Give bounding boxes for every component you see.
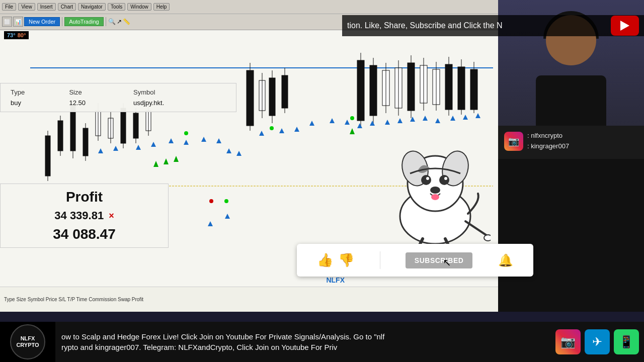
svg-marker-58	[259, 131, 264, 136]
symbol-value: usdjpy.hkt.	[129, 98, 230, 108]
subscribed-button[interactable]: SUBSCRIBED	[406, 252, 473, 268]
toolbar-row1: File View Insert Chart Navigator Tools W…	[0, 0, 498, 14]
svg-marker-54	[201, 137, 206, 142]
thumb-down-icon[interactable]: 👎	[338, 252, 354, 268]
svg-marker-67	[397, 118, 403, 123]
svg-marker-49	[113, 146, 118, 151]
person-body	[536, 75, 606, 126]
handle1: : nlfxncrypto	[527, 131, 569, 141]
toolbar-window[interactable]: Window	[127, 3, 151, 11]
temp-low: 73°	[7, 32, 16, 38]
svg-marker-83	[174, 156, 179, 162]
toolbar-insert[interactable]: Insert	[37, 3, 56, 11]
telegram-icon-box[interactable]: ✈	[585, 329, 610, 354]
profit-total: 34 088.47	[8, 226, 160, 242]
svg-marker-52	[169, 138, 174, 143]
svg-point-93	[430, 187, 440, 194]
nlfx-logo: NLFX CRYPTO	[0, 322, 55, 362]
svg-marker-63	[345, 120, 350, 125]
temp-high: 80°	[18, 32, 26, 38]
instagram-badge: 📷	[504, 132, 523, 151]
svg-point-78	[270, 126, 274, 130]
toolbar-help[interactable]: Help	[153, 3, 170, 11]
svg-marker-48	[98, 148, 103, 153]
svg-point-79	[350, 116, 354, 120]
size-header: Size	[65, 87, 128, 97]
svg-marker-81	[153, 161, 158, 167]
divider	[380, 251, 380, 269]
social-icons-bar: 📷 ✈ 📱	[555, 329, 644, 354]
toolbar-tools[interactable]: Tools	[108, 3, 125, 11]
youtube-logo	[611, 16, 639, 36]
toolbar-file[interactable]: File	[2, 3, 16, 11]
youtube-banner: tion. Like, Share, Subscribe and Click t…	[342, 15, 644, 36]
svg-marker-69	[423, 116, 428, 121]
social-info: 📷 : nlfxncrypto : kingrager007	[498, 126, 644, 159]
profit-label: Profit	[8, 189, 160, 205]
yt-play-icon	[620, 21, 629, 31]
svg-point-91	[426, 177, 429, 180]
toolbar-icon-2[interactable]: 📊	[13, 17, 23, 27]
svg-marker-59	[279, 128, 284, 133]
toolbar-navigator[interactable]: Navigator	[78, 3, 106, 11]
profit-panel: Profit 34 339.81 × 34 088.47	[0, 184, 169, 248]
svg-marker-53	[184, 140, 189, 145]
instagram-icon-box[interactable]: 📷	[555, 329, 581, 354]
profit-value: 34 339.81	[54, 209, 104, 222]
symbol-header: Symbol	[129, 87, 230, 97]
svg-marker-71	[450, 116, 455, 121]
ig-row: 📷 : nlfxncrypto : kingrager007	[504, 131, 638, 152]
toolbar-icon-1[interactable]: ⬜	[2, 17, 12, 27]
svg-marker-61	[309, 121, 314, 126]
dog-cartoon	[380, 136, 491, 251]
chart-lower: Type Size Symbol Price S/L T/P Time Comm…	[0, 287, 498, 312]
ticker-text: ow to Scalp and Hedge Forex Live! Click …	[55, 331, 555, 352]
svg-marker-73	[475, 113, 480, 118]
bottom-bar: NLFX CRYPTO ow to Scalp and Hedge Forex …	[0, 322, 644, 362]
svg-marker-62	[330, 118, 335, 123]
svg-point-94	[431, 194, 439, 200]
toolbar-chart[interactable]: Chart	[58, 3, 76, 11]
trade-info: Type Size Symbol buy 12.50 usdjpy.hkt.	[0, 83, 236, 112]
svg-point-80	[209, 199, 213, 203]
svg-point-92	[444, 177, 447, 180]
profit-value-row: 34 339.81 ×	[8, 209, 160, 222]
toolbar-icon-arrow[interactable]: ↗	[117, 18, 122, 25]
thumb-up-icon[interactable]: 👍	[317, 252, 333, 268]
svg-marker-70	[435, 118, 440, 123]
svg-marker-74	[208, 221, 213, 226]
svg-marker-56	[226, 148, 231, 153]
svg-marker-51	[151, 142, 156, 147]
nlfx-chart-label: NLFX	[326, 276, 345, 284]
toolbar-icon-line[interactable]: 📏	[123, 18, 130, 25]
svg-point-76	[184, 131, 188, 135]
profit-close-button[interactable]: ×	[109, 211, 114, 221]
svg-point-90	[439, 175, 449, 185]
svg-marker-65	[370, 121, 375, 126]
chart-lower-text: Type Size Symbol Price S/L T/P Time Comm…	[4, 297, 143, 302]
yt-banner-text: tion. Like, Share, Subscribe and Click t…	[347, 21, 606, 30]
nlfx-line1: NLFX	[21, 335, 35, 342]
thumbs-row: 👍 👎	[317, 252, 354, 268]
whatsapp-icon-box[interactable]: 📱	[614, 329, 639, 354]
ticker-line1: ow to Scalp and Hedge Forex Live! Click …	[61, 331, 549, 342]
svg-marker-66	[385, 120, 390, 125]
temp-badge: 73° 80°	[4, 31, 29, 39]
svg-point-96	[484, 235, 491, 241]
svg-marker-55	[216, 138, 221, 143]
nlfx-line2: CRYPTO	[16, 342, 39, 348]
toolbar-auto-trading[interactable]: AutoTrading	[64, 17, 104, 26]
svg-marker-72	[463, 115, 468, 120]
toolbar-icon-zoom[interactable]: 🔍	[108, 18, 116, 25]
social-handles: : nlfxncrypto : kingrager007	[527, 131, 569, 152]
svg-marker-84	[350, 128, 355, 134]
svg-marker-57	[236, 151, 242, 156]
type-value: buy	[7, 98, 64, 108]
svg-marker-82	[164, 158, 169, 164]
svg-marker-50	[136, 145, 141, 150]
svg-marker-60	[294, 127, 299, 132]
toolbar-new-order[interactable]: New Order	[24, 17, 60, 26]
toolbar-view[interactable]: View	[18, 3, 35, 11]
svg-marker-75	[225, 214, 230, 219]
bell-icon[interactable]: 🔔	[498, 253, 513, 267]
